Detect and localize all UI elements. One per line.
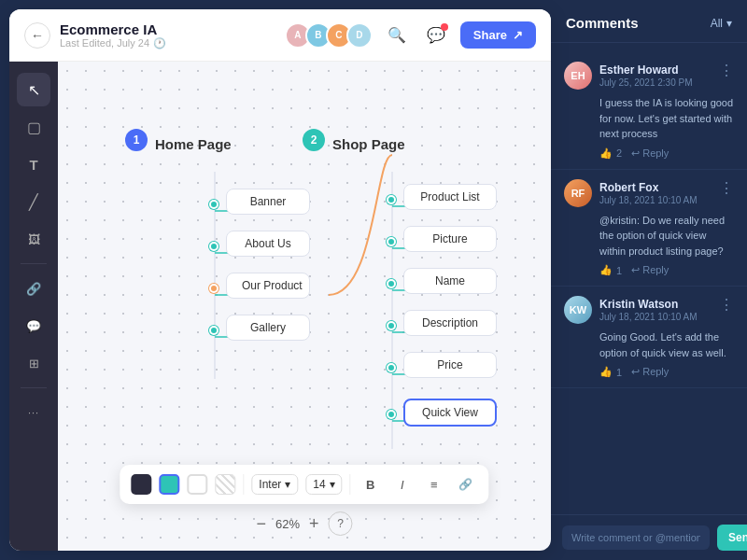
comment-text: Going Good. Let's add the option of quic…: [599, 329, 734, 360]
share-button[interactable]: Share ↗: [460, 21, 536, 49]
node-gallery[interactable]: Gallery: [226, 315, 310, 341]
node-dot: [387, 363, 396, 372]
comment-input[interactable]: [562, 525, 710, 550]
toolbar-divider: [350, 474, 351, 495]
italic-button[interactable]: I: [390, 472, 415, 497]
comment-user-info: KW Kristin Watson July 18, 2021 10:10 AM: [564, 296, 698, 324]
shop-page-group: 2 Shop Page Product List Picture Name De…: [310, 136, 405, 171]
comment-menu-button[interactable]: ⋮: [719, 179, 734, 197]
node-dot: [387, 410, 396, 419]
color-pattern[interactable]: [215, 474, 235, 495]
comment-top: KW Kristin Watson July 18, 2021 10:10 AM…: [564, 296, 734, 324]
comments-filter[interactable]: All ▾: [711, 17, 732, 30]
header-left: ← Ecommerce IA Last Edited, July 24 🕐: [24, 21, 166, 49]
comment-input-area: Send: [551, 514, 747, 560]
comment-list: EH Esther Howard July 25, 2021 2:30 PM ⋮…: [551, 43, 747, 514]
node-product-list[interactable]: Product List: [403, 184, 497, 210]
comments-title: Comments: [566, 15, 639, 31]
notification-dot: [441, 23, 448, 31]
comment-menu-button[interactable]: ⋮: [719, 296, 734, 314]
line-tool[interactable]: ╱: [17, 185, 50, 218]
node-dot: [387, 321, 396, 330]
zoom-level: 62%: [275, 517, 300, 531]
cursor-tool[interactable]: ↖: [17, 73, 50, 106]
chat-icon[interactable]: 💬: [421, 21, 451, 50]
node-description[interactable]: Description: [403, 310, 497, 336]
comment-actions: 👍 1 ↩ Reply: [599, 366, 734, 378]
comment-top: EH Esther Howard July 25, 2021 2:30 PM ⋮: [564, 62, 734, 90]
color-outline[interactable]: [187, 474, 207, 495]
reply-button[interactable]: ↩ Reply: [631, 264, 669, 276]
font-family-selector[interactable]: Inter ▾: [251, 474, 298, 495]
like-button[interactable]: 👍 1: [599, 366, 622, 378]
canvas-body: ↖ ▢ T ╱ 🖼 🔗 💬 ⊞ ···: [9, 62, 551, 551]
subtitle: Last Edited, July 24 🕐: [60, 37, 166, 49]
comment-menu-button[interactable]: ⋮: [719, 62, 734, 79]
zoom-bar: − 62% + ?: [256, 511, 352, 536]
back-button[interactable]: ←: [24, 22, 50, 49]
header-right: A B C D 🔍 💬 Share ↗: [285, 21, 536, 50]
toolbar: ↖ ▢ T ╱ 🖼 🔗 💬 ⊞ ···: [9, 62, 58, 551]
node-about[interactable]: About Us: [226, 231, 310, 257]
comments-panel: Comments All ▾ EH Esther Howard July 25,…: [551, 0, 747, 560]
node-price[interactable]: Price: [403, 352, 497, 378]
comment-username: Esther Howard: [599, 63, 693, 77]
frame-tool[interactable]: ⊞: [17, 346, 50, 380]
chevron-down-icon: ▾: [285, 478, 290, 491]
main-canvas-area: ← Ecommerce IA Last Edited, July 24 🕐 A …: [9, 9, 551, 551]
avatar: EH: [564, 62, 592, 90]
comment-actions: 👍 2 ↩ Reply: [599, 147, 734, 160]
color-black[interactable]: [131, 474, 151, 495]
comment-text: I guess the IA is looking good for now. …: [599, 95, 734, 142]
toolbar-divider: [21, 387, 47, 388]
zoom-help-button[interactable]: ?: [329, 511, 353, 536]
comment-item: EH Esther Howard July 25, 2021 2:30 PM ⋮…: [551, 52, 747, 170]
link-button[interactable]: 🔗: [454, 472, 478, 497]
node-picture[interactable]: Picture: [403, 226, 497, 252]
canvas-content[interactable]: 1 Home Page Banner About Us Our Product …: [58, 62, 551, 551]
comment-item: KW Kristin Watson July 18, 2021 10:10 AM…: [551, 287, 747, 388]
zoom-out-button[interactable]: −: [256, 514, 266, 534]
comment-top: RF Robert Fox July 18, 2021 10:10 AM ⋮: [564, 179, 734, 207]
comment-username: Robert Fox: [599, 181, 698, 194]
color-teal[interactable]: [159, 474, 179, 495]
comment-user-block: Esther Howard July 25, 2021 2:30 PM: [599, 63, 693, 88]
like-button[interactable]: 👍 1: [599, 264, 622, 276]
bold-button[interactable]: B: [359, 472, 383, 497]
node-banner[interactable]: Banner: [226, 189, 310, 215]
node-quick-view[interactable]: Quick View: [403, 399, 497, 427]
home-page-group: 1 Home Page Banner About Us Our Product …: [133, 136, 232, 171]
comment-item: RF Robert Fox July 18, 2021 10:10 AM ⋮ @…: [551, 170, 747, 287]
formatting-toolbar: Inter ▾ 14 ▾ B I ≡ 🔗: [120, 465, 488, 504]
shop-page-label: Shop Page: [332, 136, 405, 152]
node-dot: [387, 279, 396, 288]
avatar-group: A B C D: [285, 22, 373, 49]
avatar: KW: [564, 296, 592, 324]
avatar: D: [346, 22, 373, 49]
shop-page-badge: 2: [303, 129, 325, 151]
more-tool[interactable]: ···: [17, 396, 50, 429]
reply-button[interactable]: ↩ Reply: [631, 366, 669, 378]
link-tool[interactable]: 🔗: [17, 272, 50, 305]
align-button[interactable]: ≡: [422, 472, 446, 497]
node-dot: [209, 326, 218, 335]
chevron-down-icon: ▾: [726, 17, 732, 30]
clock-icon: 🕐: [153, 37, 166, 49]
reply-button[interactable]: ↩ Reply: [631, 147, 669, 160]
node-name[interactable]: Name: [403, 268, 497, 294]
toolbar-divider: [243, 474, 244, 495]
home-page-badge: 1: [125, 129, 148, 151]
node-dot: [209, 242, 218, 251]
text-tool[interactable]: T: [17, 147, 50, 181]
title-block: Ecommerce IA Last Edited, July 24 🕐: [60, 21, 166, 49]
node-product[interactable]: Our Product: [226, 273, 310, 299]
font-size-selector[interactable]: 14 ▾: [305, 474, 342, 495]
rectangle-tool[interactable]: ▢: [17, 110, 50, 144]
image-tool[interactable]: 🖼: [17, 222, 50, 256]
comment-tool[interactable]: 💬: [17, 309, 50, 343]
send-button[interactable]: Send: [717, 525, 747, 551]
zoom-in-button[interactable]: +: [309, 514, 319, 534]
search-icon[interactable]: 🔍: [382, 21, 412, 50]
like-button[interactable]: 👍 2: [599, 147, 622, 160]
node-dot: [209, 200, 218, 209]
